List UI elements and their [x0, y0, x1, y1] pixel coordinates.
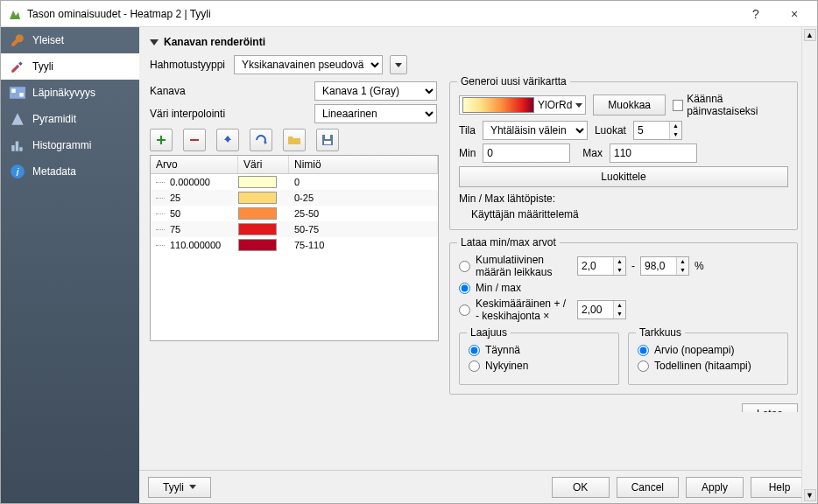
sidebar-item-general[interactable]: Yleiset: [1, 27, 139, 53]
cell-color: [238, 239, 289, 251]
ok-button[interactable]: OK: [552, 477, 610, 498]
sidebar-item-label: Läpinäkyvyys: [32, 87, 95, 99]
sidebar: Yleiset Tyyli Läpinäkyvyys Pyramidit His…: [1, 27, 139, 503]
classes-label: Luokat: [595, 124, 626, 136]
channel-label: Kanava: [150, 85, 307, 97]
cell-label: 0: [289, 177, 438, 187]
sidebar-item-metadata[interactable]: i Metadata: [1, 158, 139, 185]
svg-rect-9: [157, 139, 166, 141]
info-icon: i: [10, 164, 25, 179]
scroll-down-icon[interactable]: ▼: [804, 489, 816, 501]
stddev-radio[interactable]: Keskimääräinen + / - keskihajonta × ▲▼: [459, 298, 788, 322]
titlebar: Tason ominaisuudet - Heatmap 2 | Tyyli ?…: [1, 1, 817, 27]
cell-label: 0-25: [289, 192, 438, 203]
col-value[interactable]: Arvo: [151, 156, 238, 173]
section-title: Kanavan renderöinti: [164, 36, 265, 48]
classify-button[interactable]: Luokittele: [459, 166, 788, 187]
sidebar-item-label: Yleiset: [32, 34, 64, 46]
render-type-label: Hahmotustyyppi: [150, 59, 227, 71]
table-row[interactable]: 7550-75: [151, 221, 438, 237]
interp-label: Väri interpolointi: [150, 108, 307, 120]
sidebar-item-label: Pyramidit: [32, 113, 76, 125]
dialog-footer: Tyyli OK Cancel Apply Help: [139, 470, 817, 503]
accuracy-estimate-radio[interactable]: Arvio (nopeampi): [638, 344, 779, 356]
max-input[interactable]: [610, 144, 697, 163]
sidebar-item-histogram[interactable]: Histogrammi: [1, 132, 139, 158]
sidebar-item-transparency[interactable]: Läpinäkyvyys: [1, 80, 139, 106]
extent-fieldset: Laajuus Täynnä Nykyinen: [459, 332, 619, 385]
sort-button[interactable]: [216, 129, 239, 151]
extent-full-radio[interactable]: Täynnä: [469, 344, 610, 356]
transparency-icon: [10, 85, 25, 101]
cell-value: 0.000000: [151, 177, 238, 187]
svg-rect-3: [11, 145, 14, 151]
sidebar-item-pyramids[interactable]: Pyramidit: [1, 106, 139, 132]
table-row[interactable]: 110.00000075-110: [151, 237, 438, 253]
histogram-icon: [10, 137, 25, 153]
sidebar-item-label: Metadata: [32, 165, 76, 178]
svg-rect-4: [16, 142, 18, 151]
apply-button[interactable]: Apply: [686, 477, 744, 498]
generate-legend: Generoi uusi värikartta: [457, 75, 570, 88]
load-legend: Lataa min/max arvot: [457, 236, 560, 248]
color-ramp-select[interactable]: YlOrRd: [459, 95, 586, 115]
add-class-button[interactable]: [150, 129, 173, 151]
collapse-icon: [150, 39, 159, 46]
render-type-dropdown-button[interactable]: [390, 55, 407, 74]
vertical-scrollbar[interactable]: ▲ ▼: [801, 27, 817, 503]
mode-select[interactable]: Yhtäläisin välein: [483, 121, 588, 140]
cell-label: 50-75: [289, 224, 438, 234]
min-input[interactable]: [483, 144, 570, 163]
sidebar-item-label: Tyyli: [32, 60, 53, 73]
open-file-button[interactable]: [283, 129, 306, 151]
refresh-button[interactable]: [250, 129, 272, 151]
mode-label: Tila: [459, 124, 476, 136]
classes-spin[interactable]: ▲▼: [633, 121, 682, 140]
sidebar-item-style[interactable]: Tyyli: [1, 53, 139, 80]
stddev-spin[interactable]: ▲▼: [577, 300, 626, 319]
table-row[interactable]: 250-25: [151, 190, 438, 206]
accuracy-actual-radio[interactable]: Todellinen (hitaampi): [638, 360, 779, 372]
svg-rect-14: [325, 135, 330, 139]
col-color[interactable]: Väri: [238, 156, 289, 173]
minmax-radio[interactable]: Min / max: [459, 282, 788, 294]
origin-value: Käyttäjän määrittelemä: [459, 208, 788, 220]
load-button[interactable]: Lataa: [742, 403, 798, 412]
cell-color: [238, 223, 289, 235]
table-row[interactable]: 5025-50: [151, 206, 438, 221]
pyramid-icon: [10, 111, 25, 127]
max-label: Max: [582, 147, 603, 159]
load-fieldset: Lataa min/max arvot Kumulatiivinen määrä…: [449, 242, 798, 395]
remove-class-button[interactable]: [183, 129, 206, 151]
cancel-button[interactable]: Cancel: [617, 477, 679, 498]
cumulative-radio[interactable]: Kumulatiivinen määrän leikkaus ▲▼ - ▲▼ %: [459, 254, 788, 278]
table-row[interactable]: 0.0000000: [151, 174, 438, 190]
cell-color: [238, 176, 289, 188]
save-file-button[interactable]: [316, 129, 339, 151]
interp-select[interactable]: Lineaarinen: [314, 104, 437, 123]
dialog-window: Tason ominaisuudet - Heatmap 2 | Tyyli ?…: [0, 0, 818, 504]
close-button[interactable]: ×: [775, 2, 814, 26]
svg-rect-10: [190, 139, 199, 141]
cum-low-spin[interactable]: ▲▼: [577, 256, 626, 276]
cell-value: 25: [151, 192, 238, 203]
cell-value: 75: [151, 224, 238, 234]
help-button[interactable]: ?: [737, 2, 775, 26]
extent-current-radio[interactable]: Nykyinen: [469, 360, 610, 372]
style-menu-button[interactable]: Tyyli: [148, 477, 211, 498]
brush-icon: [10, 59, 25, 74]
edit-ramp-button[interactable]: Muokkaa: [593, 94, 666, 116]
cell-value: 50: [151, 208, 238, 219]
section-header[interactable]: Kanavan renderöinti: [150, 32, 798, 52]
scroll-up-icon[interactable]: ▲: [804, 29, 816, 41]
cum-high-spin[interactable]: ▲▼: [640, 256, 689, 276]
channel-select[interactable]: Kanava 1 (Gray): [314, 81, 437, 101]
accuracy-fieldset: Tarkkuus Arvio (nopeampi) Todellinen (hi…: [628, 332, 788, 385]
svg-rect-2: [19, 93, 24, 97]
invert-checkbox[interactable]: Käännä päinvastaiseksi: [673, 93, 788, 117]
col-label[interactable]: Nimiö: [289, 156, 438, 173]
help-button-footer[interactable]: Help: [751, 477, 808, 498]
app-icon: [8, 7, 22, 21]
render-type-select[interactable]: Yksikanavainen pseudoväri: [234, 55, 383, 74]
min-label: Min: [459, 147, 476, 159]
